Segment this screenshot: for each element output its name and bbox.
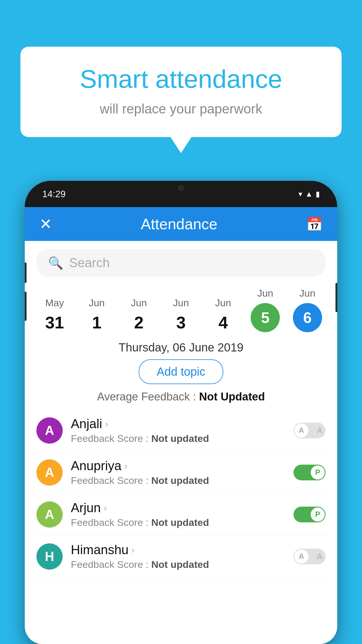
selected-date-label: Thursday, 06 June 2019: [25, 341, 337, 354]
wifi-icon: ▾: [298, 190, 302, 199]
volume-down-button: [25, 292, 27, 321]
month-label: May: [45, 297, 64, 309]
date-item-jun5-selected[interactable]: Jun 5: [248, 288, 283, 332]
header-title: Attendance: [141, 215, 217, 233]
student-name[interactable]: Himanshu ›: [71, 542, 285, 557]
app-header: ✕ Attendance 📅: [25, 207, 337, 241]
speech-bubble-container: Smart attendance will replace your paper…: [20, 47, 342, 137]
speech-bubble: Smart attendance will replace your paper…: [20, 47, 342, 137]
student-info: Anupriya › Feedback Score : Not updated: [71, 459, 285, 486]
battery-icon: ▮: [316, 190, 320, 199]
day-number: 4: [218, 313, 228, 332]
student-feedback: Feedback Score : Not updated: [71, 559, 285, 570]
avatar: H: [36, 543, 63, 570]
avatar: A: [36, 501, 63, 528]
search-bar[interactable]: 🔍 Search: [36, 249, 326, 276]
avg-feedback-label: Average Feedback :: [97, 391, 199, 403]
day-number: 2: [134, 313, 143, 332]
student-feedback: Feedback Score : Not updated: [71, 517, 285, 528]
attendance-toggle-absent[interactable]: A A: [294, 423, 326, 438]
student-name[interactable]: Anupriya ›: [71, 459, 285, 473]
attendance-toggle-present[interactable]: P: [294, 507, 326, 522]
date-row: May 31 Jun 1 Jun 2 Jun 3 Jun 4 Jun: [25, 285, 337, 332]
month-label: Jun: [299, 288, 315, 299]
date-item-may31[interactable]: May 31: [37, 297, 72, 332]
avatar: A: [36, 459, 63, 486]
phone-screen: ✕ Attendance 📅 🔍 Search May 31 Jun 1 Jun…: [25, 207, 337, 644]
student-list: A Anjali › Feedback Score : Not updated …: [25, 410, 337, 578]
student-info: Arjun › Feedback Score : Not updated: [71, 501, 285, 528]
date-item-jun3[interactable]: Jun 3: [164, 297, 198, 332]
signal-icon: ▲: [305, 190, 313, 199]
volume-up-button: [25, 262, 27, 283]
chevron-right-icon: ›: [131, 545, 135, 555]
chevron-right-icon: ›: [104, 503, 107, 513]
student-info: Anjali › Feedback Score : Not updated: [71, 416, 285, 444]
day-number: 6: [303, 309, 312, 326]
avg-feedback-value: Not Updated: [199, 391, 265, 403]
attendance-toggle-present[interactable]: P: [294, 465, 326, 480]
student-info: Himanshu › Feedback Score : Not updated: [71, 542, 285, 570]
student-feedback: Feedback Score : Not updated: [71, 433, 285, 444]
student-row: A Anjali › Feedback Score : Not updated …: [34, 410, 328, 452]
student-row: A Anupriya › Feedback Score : Not update…: [34, 452, 328, 494]
month-label: Jun: [257, 288, 273, 299]
chevron-right-icon: ›: [124, 461, 128, 471]
day-number: 1: [92, 313, 101, 332]
phone-frame: 14:29 ▾ ▲ ▮ ✕ Attendance 📅 🔍 Search May …: [25, 181, 337, 644]
month-label: Jun: [173, 297, 189, 309]
date-item-jun1[interactable]: Jun 1: [79, 297, 114, 332]
search-input[interactable]: Search: [69, 256, 110, 270]
calendar-icon[interactable]: 📅: [306, 216, 323, 232]
date-item-jun2[interactable]: Jun 2: [121, 297, 156, 332]
day-number: 31: [45, 313, 64, 332]
status-time: 14:29: [42, 189, 66, 200]
day-number: 3: [176, 313, 186, 332]
status-icons: ▾ ▲ ▮: [298, 190, 320, 199]
add-topic-button[interactable]: Add topic: [139, 359, 224, 384]
status-bar: 14:29 ▾ ▲ ▮: [25, 181, 337, 207]
avg-feedback: Average Feedback : Not Updated: [25, 391, 337, 403]
bubble-subtitle: will replace your paperwork: [44, 101, 318, 117]
search-icon: 🔍: [48, 256, 63, 270]
power-button: [335, 283, 337, 312]
day-number: 5: [261, 309, 270, 326]
student-name[interactable]: Anjali ›: [71, 416, 285, 431]
close-button[interactable]: ✕: [39, 215, 52, 233]
month-label: Jun: [131, 297, 147, 309]
student-row: A Arjun › Feedback Score : Not updated P: [34, 494, 328, 536]
attendance-toggle-absent[interactable]: A A: [294, 549, 326, 564]
date-item-jun6-selected[interactable]: Jun 6: [290, 288, 325, 332]
month-label: Jun: [89, 297, 105, 309]
student-name[interactable]: Arjun ›: [71, 501, 285, 515]
bubble-title: Smart attendance: [44, 64, 318, 94]
notch: [161, 181, 201, 195]
camera: [178, 185, 184, 191]
student-feedback: Feedback Score : Not updated: [71, 475, 285, 486]
month-label: Jun: [215, 297, 231, 309]
chevron-right-icon: ›: [105, 419, 108, 429]
student-row: H Himanshu › Feedback Score : Not update…: [34, 536, 328, 578]
date-item-jun4[interactable]: Jun 4: [206, 297, 241, 332]
avatar: A: [36, 417, 63, 444]
